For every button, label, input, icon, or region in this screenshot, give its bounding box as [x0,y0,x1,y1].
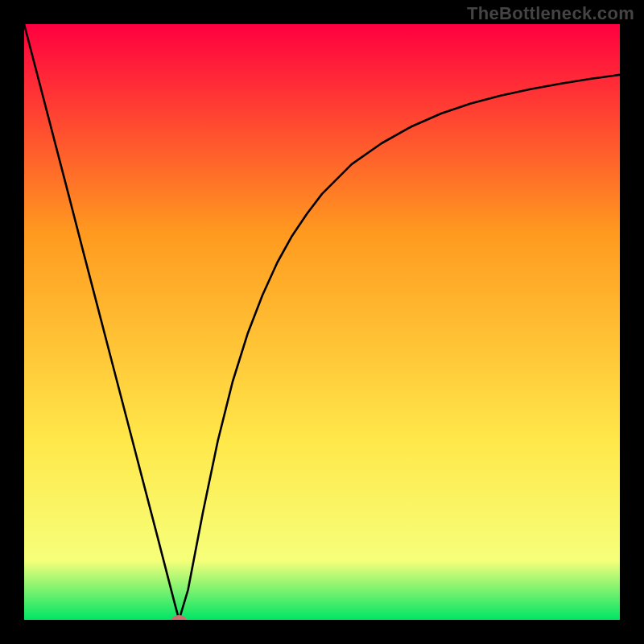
chart-svg [24,24,620,620]
gradient-background [24,24,620,620]
chart-frame: TheBottleneck.com [0,0,644,644]
plot-area [24,24,620,620]
watermark-text: TheBottleneck.com [467,3,634,24]
